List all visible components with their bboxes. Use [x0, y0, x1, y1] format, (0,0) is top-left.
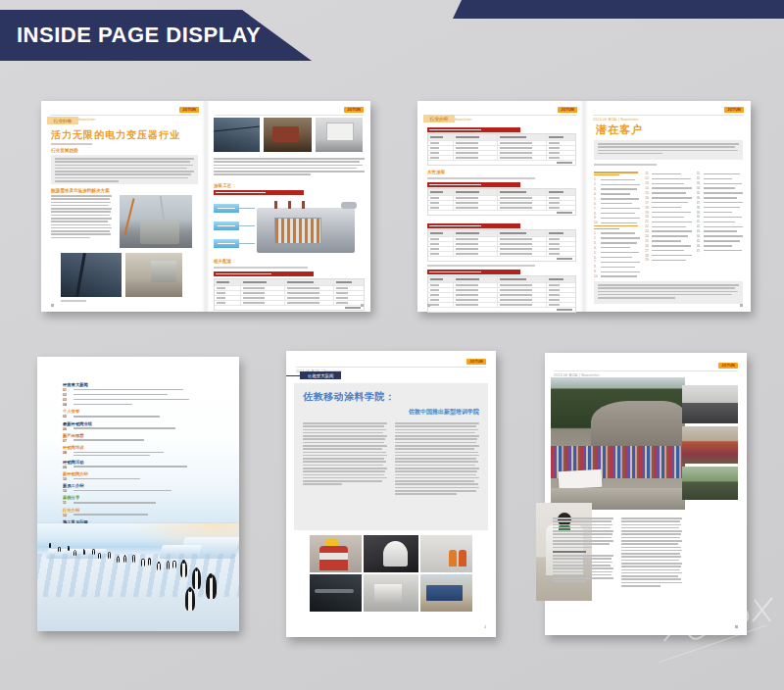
- text-line: [621, 520, 680, 522]
- text-line: [598, 143, 739, 145]
- subhead-placeholder: [553, 551, 586, 553]
- photo-haul-tractor: [264, 118, 312, 152]
- table-cell: [498, 151, 547, 155]
- customer-column-2: 11.12.13.14.15.16.17.18.19.20.21.22.23.2…: [645, 172, 691, 277]
- text-line: [621, 537, 680, 539]
- table-cell: [215, 301, 241, 305]
- news-body-columns: [303, 422, 479, 524]
- text-line: [51, 227, 112, 229]
- transformer-diagram: [214, 198, 365, 257]
- table-cell: [547, 303, 575, 307]
- table-cell: [454, 293, 497, 297]
- penguin: [132, 555, 135, 563]
- text-line: [553, 565, 611, 567]
- note-line-placeholder: [214, 267, 308, 269]
- toc-section: 最新经销商业绩06: [63, 421, 214, 431]
- team-banner: [559, 468, 603, 488]
- pylon-strut: [75, 253, 86, 297]
- text-line: [303, 480, 382, 482]
- text-line: [55, 161, 190, 163]
- table-cell: [454, 288, 497, 292]
- spec-table-4: [427, 275, 576, 313]
- table-cell: [334, 286, 364, 290]
- table-cell: [547, 201, 575, 205]
- text-line: [621, 533, 681, 535]
- table-cell: [547, 252, 575, 256]
- text-line: [303, 425, 384, 427]
- table-cell: [428, 151, 454, 155]
- text-line: [598, 294, 732, 296]
- table-cell: [428, 283, 454, 287]
- table-cell: [428, 206, 454, 210]
- toc-item: 10: [63, 477, 214, 481]
- table-cell: [428, 156, 454, 160]
- text-line: [621, 530, 682, 532]
- text-line: [214, 158, 365, 160]
- penguin: [92, 549, 95, 555]
- text-line: [621, 543, 678, 545]
- text-line: [395, 483, 478, 485]
- table-cell: [454, 283, 497, 287]
- copper-coils: [274, 218, 321, 244]
- callout-bottom: [214, 239, 239, 248]
- text-line: [553, 567, 613, 569]
- table-cell: [498, 146, 547, 150]
- toc-section-title: 个人荣誉: [63, 409, 214, 414]
- table-cell: [215, 296, 241, 300]
- toc-item: 06: [63, 427, 214, 431]
- callout-line: [239, 225, 255, 226]
- industry-article-left-page: 2013.06 第2期 | Newsletter JOTUN 行业扫描 活力无限…: [41, 101, 206, 312]
- page-header: 2013.06 第2期 | Newsletter JOTUN: [593, 107, 744, 116]
- table-cell: [428, 252, 454, 256]
- text-line: [395, 425, 476, 427]
- table-cell: [498, 298, 547, 302]
- text-line: [553, 577, 613, 579]
- table-banner-4: [427, 270, 520, 274]
- text-line: [598, 297, 675, 299]
- customer-list-item: 47.: [697, 248, 743, 253]
- jotun-logo: JOTUN: [344, 107, 364, 113]
- penguin: [141, 559, 145, 567]
- text-line: [621, 585, 661, 587]
- text-line: [214, 173, 311, 175]
- table-cell: [454, 196, 497, 200]
- text-line: [553, 518, 613, 519]
- table-cell: [428, 189, 454, 195]
- table-cell: [498, 283, 547, 287]
- text-line: [395, 432, 475, 434]
- news-title: 佐敦移动涂料学院：: [303, 390, 479, 404]
- subheading-solutions: 能源需求及市场涂料解决方案: [51, 188, 110, 193]
- text-line: [621, 560, 679, 562]
- jotun-logo: JOTUN: [724, 107, 744, 113]
- text-line: [55, 168, 187, 170]
- event-text-left: [553, 518, 613, 612]
- table-cell: [547, 242, 575, 246]
- subheading-process: 涂装工艺：: [214, 183, 236, 188]
- penguin: [108, 552, 111, 559]
- text-line: [395, 470, 477, 472]
- table-cell: [547, 283, 575, 287]
- news-photo-grid: [310, 535, 472, 612]
- table-total-row: [215, 306, 364, 310]
- text-line: [621, 524, 681, 526]
- text-line: [621, 547, 681, 549]
- table-cell: [498, 141, 547, 145]
- table-cell: [547, 276, 575, 282]
- text-line: [395, 468, 479, 469]
- text-line: [303, 442, 384, 444]
- photo-mobile-academy-truck: [420, 574, 472, 612]
- photo-substation: [125, 253, 182, 297]
- table-cell: [454, 156, 497, 160]
- text-line: [553, 530, 613, 532]
- text-line: [395, 445, 479, 447]
- callout-label-placeholder: [218, 243, 235, 244]
- text-line: [51, 211, 111, 213]
- intro-note-placeholder: [594, 164, 657, 166]
- customers-intro-box: [594, 140, 743, 160]
- photo-machine-interior: [364, 535, 418, 572]
- jotun-logo: JOTUN: [466, 359, 486, 365]
- toc-item: 11: [63, 501, 214, 505]
- photo-equipment-pipes: [310, 574, 362, 612]
- text-line: [55, 165, 193, 167]
- text-line: [553, 558, 612, 560]
